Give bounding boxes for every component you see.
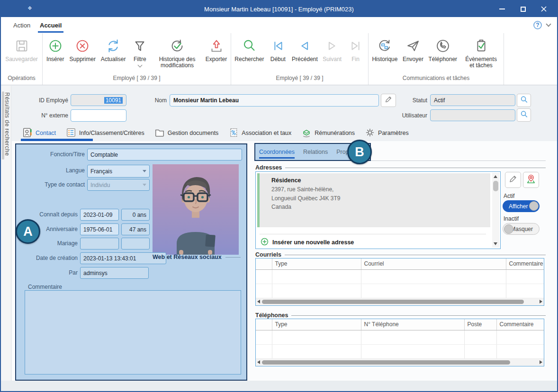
inactif-label: Inactif	[504, 215, 519, 222]
toggle-knob	[529, 201, 539, 211]
previous-button[interactable]: Précédent	[290, 36, 319, 63]
connait-depuis-field[interactable]: 2023-01-09	[80, 209, 119, 221]
refresh-button[interactable]: Actualiser	[99, 36, 127, 63]
address-scrollbar[interactable]	[492, 173, 499, 248]
tab-relations[interactable]: Relations	[303, 144, 328, 160]
search-results-sidebar[interactable]: Résultats de recherche	[1, 86, 11, 391]
maximize-button[interactable]	[513, 1, 533, 17]
table-row[interactable]	[256, 344, 544, 358]
statut-lookup-button[interactable]	[517, 94, 531, 107]
first-button[interactable]: Début	[268, 36, 288, 63]
column-header[interactable]: Type	[272, 258, 361, 269]
utilisateur-field[interactable]	[430, 109, 515, 121]
web-reseaux-group-label: Web et Réseaux sociaux	[153, 254, 241, 260]
table-row[interactable]	[256, 330, 544, 344]
column-header[interactable]: Type	[272, 319, 361, 330]
contact-identity-panel: Fonction/Titre Comptable Langue Français…	[15, 143, 247, 381]
help-icon[interactable]: ?	[533, 21, 542, 29]
map-address-button[interactable]	[523, 172, 539, 188]
fonction-field[interactable]: Comptable	[87, 149, 242, 160]
scroll-left-icon[interactable]	[257, 300, 260, 303]
tab-gestion-documents[interactable]: Gestion documents	[154, 125, 219, 141]
tab-coordonnees[interactable]: Coordonnées	[259, 144, 295, 160]
anniversaire-field[interactable]: 1975-06-01	[80, 223, 119, 235]
search-button[interactable]: Rechercher	[233, 36, 265, 63]
courriels-hscrollbar[interactable]	[256, 298, 544, 305]
scroll-right-icon[interactable]	[540, 360, 542, 364]
search-icon	[240, 37, 258, 56]
list-separator	[260, 234, 486, 234]
telephones-hscrollbar[interactable]	[256, 359, 544, 366]
column-header[interactable]: Poste	[464, 319, 496, 330]
menu-tab-accueil[interactable]: Accueil	[38, 17, 63, 33]
table-row[interactable]	[256, 284, 544, 298]
scroll-left-icon[interactable]	[257, 360, 260, 364]
phone-button[interactable]: Téléphoner	[427, 36, 459, 63]
minimize-button[interactable]	[492, 1, 513, 17]
save-icon	[13, 37, 31, 56]
next-button[interactable]: Suivant	[321, 36, 343, 63]
id-employe-field[interactable]: 10091	[71, 94, 126, 106]
menu-tab-action[interactable]: Action	[11, 17, 32, 33]
scrollbar-thumb[interactable]	[262, 360, 510, 365]
no-externe-field[interactable]	[71, 109, 126, 122]
table-header-row: Type Courriel Commentaire	[256, 258, 544, 269]
table-row[interactable]	[256, 269, 544, 284]
export-button[interactable]: Exporter	[204, 36, 228, 63]
scrollbar-thumb[interactable]	[262, 300, 524, 304]
scroll-down-icon[interactable]	[494, 242, 497, 245]
edit-address-button[interactable]	[505, 172, 521, 188]
column-header[interactable]: N° Téléphone	[361, 319, 464, 330]
send-button[interactable]: Envoyer	[401, 36, 425, 63]
commentaire-textarea[interactable]	[25, 290, 241, 374]
row-selector-header	[256, 319, 272, 330]
previous-icon	[296, 37, 314, 56]
title-bar: ❖ Monsieur Martin Lebeau [10091] - Emplo…	[1, 1, 557, 17]
bottom-strip	[1, 381, 557, 391]
inactif-toggle[interactable]: Masquer	[503, 223, 540, 235]
chevron-down-icon	[143, 184, 146, 186]
ribbon-group-communications: Historique Envoyer Téléphoner Évènements…	[369, 33, 504, 85]
tab-association-taux[interactable]: Association et taux	[228, 125, 291, 141]
actif-toggle[interactable]: Afficher	[503, 200, 540, 212]
type-contact-dropdown[interactable]: Individu	[87, 179, 150, 191]
insert-address-button[interactable]: Insérer une nouvelle adresse	[261, 237, 354, 248]
address-active-bar	[257, 173, 260, 227]
utilisateur-lookup-button[interactable]	[517, 108, 531, 122]
column-header[interactable]: Commentaire	[496, 319, 544, 330]
last-button[interactable]: Fin	[345, 36, 366, 63]
comm-history-button[interactable]: Historique	[370, 36, 399, 63]
address-item[interactable]: Résidence 2397, rue Sainte-hélène, Longu…	[257, 173, 490, 227]
filter-button[interactable]: Filtre	[129, 36, 150, 68]
tab-remunerations[interactable]: Rémunérations	[301, 125, 355, 141]
tab-parametres[interactable]: Paramètres	[365, 125, 409, 141]
langue-dropdown[interactable]: Français	[87, 165, 150, 178]
tab-info-classement[interactable]: Info/Classement/Critères	[66, 125, 144, 141]
column-header[interactable]: Courriel	[361, 258, 506, 269]
collapse-ribbon-icon[interactable]	[546, 21, 551, 27]
chevron-down-icon	[137, 63, 142, 68]
insert-button[interactable]: Insérer	[45, 36, 66, 63]
tab-contact[interactable]: Contact	[22, 125, 56, 141]
actif-label: Actif	[504, 193, 514, 199]
close-button[interactable]	[533, 1, 554, 17]
first-icon	[269, 37, 287, 56]
delete-button[interactable]: Supprimer	[68, 36, 97, 63]
history-check-icon	[168, 37, 186, 56]
scroll-up-icon[interactable]	[494, 175, 497, 178]
column-header[interactable]: Commentaire	[506, 258, 544, 269]
toggle-knob	[504, 224, 513, 234]
langue-label: Langue	[16, 167, 85, 174]
creation-label: Date de création	[16, 255, 78, 261]
nom-field[interactable]: Monsieur Martin Lebeau	[170, 94, 379, 107]
magnifier-icon	[520, 110, 528, 120]
save-button[interactable]: Sauvegarder	[4, 36, 39, 63]
scroll-right-icon[interactable]	[540, 300, 542, 303]
statut-field[interactable]: Actif	[430, 94, 515, 106]
history-modifications-button[interactable]: Historique des modifications	[153, 36, 202, 70]
ribbon-group-employe-nav: Rechercher Début Précédent Suivant Fin	[231, 33, 369, 85]
address-type: Résidence	[271, 177, 486, 184]
events-tasks-button[interactable]: Évènements et tâches	[461, 36, 502, 70]
mariage-field[interactable]	[80, 238, 119, 249]
scrollbar-thumb[interactable]	[493, 181, 498, 191]
